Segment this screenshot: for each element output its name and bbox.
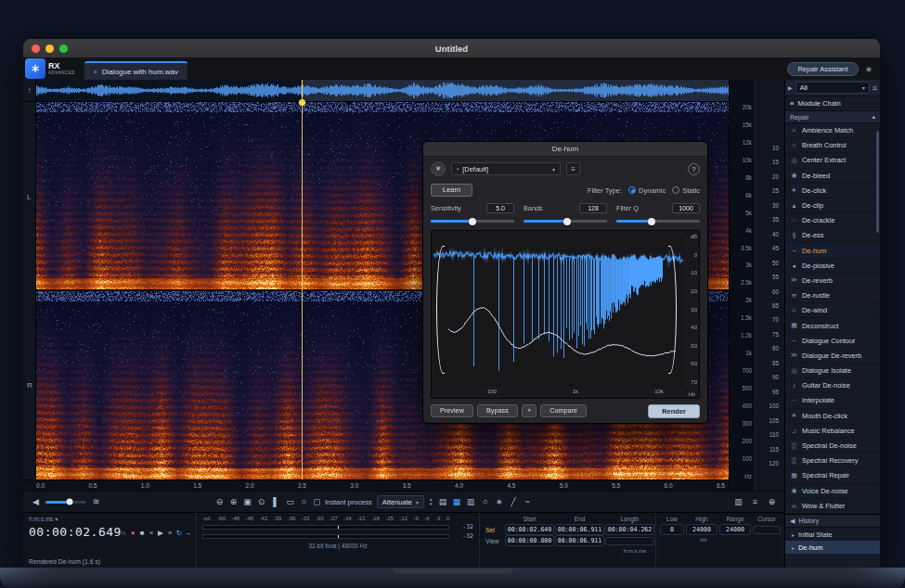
module-list-item[interactable]: ∴ De-crackle (785, 213, 880, 228)
playhead-line[interactable] (302, 102, 303, 479)
module-list-item[interactable]: ▲ De-clip (785, 198, 880, 213)
selection-end-value[interactable]: 00:00:06.911 (555, 524, 604, 535)
time-ruler[interactable]: 0.00.51.01.52.02.53.03.54.04.55.05.56.06… (23, 479, 729, 491)
composite-view-icon[interactable]: ▥ (465, 497, 475, 506)
instant-process-checkbox[interactable] (314, 499, 320, 505)
help-button[interactable]: ? (688, 163, 700, 175)
module-list-item[interactable]: ≋ De-rustle (785, 288, 880, 303)
playhead-time-display[interactable]: 00:00:02.649 (29, 525, 122, 539)
file-tab[interactable]: × Dialogue with hum.wav (84, 61, 187, 80)
module-list-item[interactable]: ~ De-hum (785, 244, 880, 259)
module-list-scrollbar[interactable] (876, 131, 879, 233)
module-filter-select[interactable]: All ▾ (795, 82, 870, 94)
loop-button[interactable]: ↻ (175, 529, 183, 537)
module-list-item[interactable]: ▦ Deconstruct (785, 318, 880, 333)
selection-start-value[interactable]: 00:00:00.000 (505, 535, 554, 546)
radio-on-icon[interactable] (628, 186, 636, 194)
skip-forward-button[interactable]: » (166, 529, 174, 537)
module-list-item[interactable]: ≫ De-reverb (785, 274, 880, 288)
slider-knob[interactable] (648, 218, 655, 225)
selection-length-value[interactable]: 00:00:04.262 (605, 524, 654, 535)
freq-low-value[interactable]: 0 (660, 524, 684, 535)
instant-process-module-select[interactable]: Attenuate ▾ (377, 495, 424, 508)
preset-select[interactable]: ▪ [Default] ▾ (451, 162, 561, 175)
module-select-steppers[interactable]: ▲▼ (429, 497, 433, 506)
module-list-item[interactable]: ▒ Spectral Recovery (785, 454, 880, 468)
magic-wand-tool-icon[interactable]: ∗ (494, 497, 504, 506)
add-button[interactable]: + (522, 404, 537, 417)
time-selection-tool-icon[interactable]: ▌ (271, 497, 281, 506)
parameter-slider[interactable] (616, 220, 700, 223)
preset-menu-button[interactable]: ≡ (566, 162, 580, 175)
layout-toggle-icon[interactable]: ▥ (733, 497, 743, 506)
module-list-item[interactable]: ≫ Dialogue De-reverb (785, 349, 880, 364)
playhead-handle[interactable] (299, 99, 305, 106)
brush-tool-icon[interactable]: ╱ (508, 497, 518, 506)
bypass-button[interactable]: Bypass (477, 404, 518, 417)
speaker-icon[interactable]: ◀ (31, 497, 41, 506)
repair-assistant-button[interactable]: Repair Assistant (787, 62, 858, 76)
scrub-wheel-icon[interactable]: ≋ (91, 497, 101, 506)
module-list-item[interactable]: ≈ Ambience Match (785, 123, 880, 138)
close-tab-icon[interactable]: × (94, 69, 97, 75)
module-list-item[interactable]: ▦ Spectral Repair (785, 468, 880, 483)
frequency-scale[interactable]: 20k15k12k10k8k6k5k4k3.5k3k2.5k2k1.5k1.2k… (729, 80, 755, 491)
zoom-fit-icon[interactable]: ⊙ (256, 497, 266, 506)
parameter-slider[interactable] (431, 220, 514, 223)
lasso-selection-tool-icon[interactable]: ○ (299, 497, 309, 506)
skip-back-button[interactable]: « (148, 529, 155, 537)
radio-off-icon[interactable] (672, 186, 679, 194)
module-list-item[interactable]: ▒ Spectral De-noise (785, 439, 880, 454)
module-list-item[interactable]: ∞ Wow & Flutter (785, 499, 880, 514)
selection-start-value[interactable]: 00:00:02.649 (505, 524, 554, 535)
left-threshold-handle[interactable] (436, 246, 445, 374)
selection-end-value[interactable]: 00:00:06.911 (555, 535, 604, 546)
panel-menu-icon[interactable]: ≡ (873, 83, 877, 93)
module-list-item[interactable]: ∗ De-click (785, 184, 880, 198)
freq-range-value[interactable]: 24000 (719, 524, 751, 535)
volume-knob[interactable] (66, 499, 72, 505)
parameter-slider[interactable] (524, 220, 607, 223)
module-list-item[interactable]: ◎ Center Extract (785, 153, 880, 168)
freq-high-value[interactable]: 24000 (686, 524, 718, 535)
parameter-value-box[interactable]: 128 (579, 203, 607, 213)
slider-knob[interactable] (469, 218, 476, 225)
time-frequency-selection-tool-icon[interactable]: ▭ (285, 497, 295, 506)
module-list-item[interactable]: ◉ Voice De-noise (785, 484, 880, 499)
history-item[interactable]: ▸ Initial State (785, 528, 880, 541)
collapse-panel-icon[interactable]: ▶ (788, 84, 793, 91)
lasso-tool-icon[interactable]: ○ (480, 497, 490, 506)
filter-type-static-radio[interactable]: Static (672, 186, 700, 195)
history-collapse-icon[interactable]: ◀ (790, 518, 795, 525)
module-list-item[interactable]: ○ Breath Control (785, 138, 880, 153)
module-list-item[interactable]: ● De-plosive (785, 259, 880, 274)
parameter-value-box[interactable]: 5.0 (486, 203, 514, 213)
compare-button[interactable]: Compare (540, 404, 587, 417)
filter-type-dynamic-radio[interactable]: Dynamic (628, 186, 666, 195)
module-list-item[interactable]: ◎ Dialogue Isolate (785, 364, 880, 378)
module-list-item[interactable]: ~ Dialogue Contour (785, 334, 880, 349)
time-format-select[interactable]: h:m:s.ms ▾ (29, 516, 58, 523)
repair-wand-icon[interactable]: ∗ (865, 64, 873, 74)
panels-toggle-icon[interactable]: ≡ (750, 497, 760, 506)
vertical-zoom-icon[interactable]: ↕ (23, 80, 36, 101)
module-list-item[interactable]: ∗ Mouth De-click (785, 409, 880, 424)
learn-button[interactable]: Learn (431, 184, 472, 197)
zoom-out-icon[interactable]: ⊖ (214, 497, 225, 506)
stop-button[interactable]: ■ (138, 529, 146, 537)
module-chain-item[interactable]: ≡ Module Chain (785, 96, 880, 111)
spectrogram-view-icon[interactable]: ▦ (451, 497, 461, 506)
overview-strip[interactable] (36, 80, 729, 101)
filter-response-canvas[interactable] (433, 235, 684, 387)
zoom-in-icon[interactable]: ⊕ (228, 497, 239, 506)
module-list-item[interactable]: ⋯ Interpolate (785, 393, 880, 408)
module-list-item[interactable]: ≈ De-wind (785, 303, 880, 318)
repair-section-header[interactable]: Repair ▴ (785, 111, 880, 123)
record-button[interactable]: ● (129, 529, 136, 537)
monitor-button[interactable]: ∩ (120, 529, 127, 537)
dehum-dialog-titlebar[interactable]: De-hum (423, 142, 707, 157)
module-list-item[interactable]: § De-ess (785, 228, 880, 243)
overview-waveform-canvas[interactable] (36, 80, 729, 101)
selection-length-value[interactable] (605, 537, 654, 545)
draw-curve-tool-icon[interactable]: ~ (522, 497, 532, 506)
